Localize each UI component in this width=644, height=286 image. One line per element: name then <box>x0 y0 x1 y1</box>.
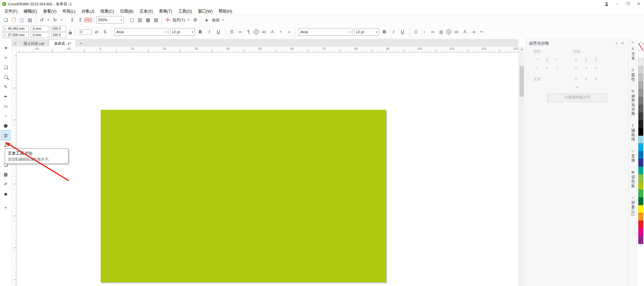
italic-button-1[interactable]: I <box>206 28 213 36</box>
font-family-combo-1[interactable]: Arial ▾ <box>115 28 168 36</box>
color-swatch[interactable] <box>638 74 643 82</box>
minimize-button[interactable]: – <box>612 0 623 7</box>
distribute-icon[interactable]: ∥ <box>581 56 591 62</box>
horizontal-ruler[interactable]: -20 -10 0 10 20 30 40 50 60 70 80 90 100… <box>16 47 519 53</box>
snap-dropdown-icon[interactable]: ▾ <box>186 16 191 24</box>
publish-pdf-icon[interactable]: PDF <box>85 18 92 22</box>
color-swatch[interactable] <box>638 205 643 213</box>
more-options-icon[interactable]: » <box>286 28 292 36</box>
docker-close-icon[interactable]: ✕ <box>620 40 626 46</box>
export-icon[interactable]: ↥ <box>76 16 84 24</box>
color-swatch[interactable] <box>638 97 643 105</box>
text-effects-icon[interactable]: ✑ <box>478 28 485 36</box>
color-swatch[interactable] <box>638 105 643 113</box>
distribute-icon[interactable]: ≡ <box>581 65 591 72</box>
text-direction-icon[interactable]: ⇥ <box>470 28 477 36</box>
color-swatch-chartreuse[interactable] <box>638 182 643 190</box>
scrollbar-thumb[interactable] <box>520 66 524 97</box>
rectangle-tool[interactable]: ▭ <box>1 101 10 111</box>
bullet-list-icon[interactable]: ≔ <box>237 28 244 36</box>
outline-icon[interactable]: O <box>446 29 451 35</box>
character-formatting-icon[interactable]: A <box>269 28 276 36</box>
launch-menu[interactable]: 启动 <box>212 17 219 22</box>
docker-tab-properties[interactable]: ☰ 属性 <box>630 68 636 82</box>
redo-dropdown-icon[interactable]: ▾ <box>59 16 64 24</box>
close-button[interactable]: ✕ <box>633 0 644 7</box>
menu-text[interactable]: 文本(X) <box>137 7 156 14</box>
options-gear-icon[interactable]: ⚙ <box>192 16 199 24</box>
bold-button-1[interactable]: B <box>197 28 204 36</box>
scale-y-field[interactable]: 100.0 <box>51 32 66 38</box>
lock-ratio-icon[interactable] <box>69 32 72 34</box>
font-size-combo-1[interactable]: 12 pt ▾ <box>170 28 195 36</box>
distribute-icon[interactable]: ≡ <box>571 65 581 72</box>
snap-menu[interactable]: 贴齐(T) <box>173 17 185 22</box>
paragraph-alignment-icon[interactable]: ☰ <box>413 28 419 36</box>
maximize-button[interactable]: ❐ <box>623 0 633 7</box>
align-top-icon[interactable]: ⊤ <box>532 65 542 72</box>
ellipse-tool[interactable]: ○ <box>1 111 10 121</box>
underline-button-2[interactable]: U <box>399 28 406 36</box>
add-icon[interactable]: + <box>277 28 284 36</box>
docker-tab-transform[interactable]: ◇ 变换 <box>630 149 636 163</box>
font-family-combo-2[interactable]: Arial ▾ <box>299 28 353 36</box>
new-document-tab-button[interactable]: + <box>78 41 84 47</box>
color-swatch[interactable] <box>638 197 643 205</box>
docker-tab-text[interactable]: A 文本 <box>630 47 636 61</box>
shape-tool[interactable]: ➣ <box>1 53 10 62</box>
menu-edit[interactable]: 编辑(E) <box>20 7 40 14</box>
color-swatch[interactable] <box>638 66 643 74</box>
scroll-right-icon[interactable]: ▸ <box>633 41 635 44</box>
zoom-level-combo[interactable]: 250% ▾ <box>96 16 124 23</box>
document-tab-2[interactable]: 未命名 -1* <box>49 39 76 47</box>
color-swatch[interactable] <box>638 174 643 182</box>
color-swatch[interactable] <box>638 82 643 90</box>
new-document-icon[interactable]: ❏ <box>2 16 9 24</box>
no-outline-icon[interactable]: O <box>254 29 259 35</box>
fullscreen-preview-icon[interactable]: ▢ <box>128 16 136 24</box>
vertical-scrollbar[interactable]: ▲ <box>519 47 525 286</box>
launch-icon[interactable]: ▶ <box>203 16 211 24</box>
align-middle-icon[interactable]: ≡ <box>542 65 552 72</box>
welcome-screen-icon[interactable]: ⌂ <box>11 39 19 47</box>
color-swatch[interactable] <box>638 236 643 244</box>
document-tab-1[interactable]: 线上问诊.cdr <box>19 40 49 47</box>
menu-help[interactable]: 帮助(H) <box>216 7 235 14</box>
redo-icon[interactable]: ↻ <box>51 16 59 24</box>
align-center-icon[interactable]: ∥ <box>542 56 552 62</box>
menu-object[interactable]: 对象(J) <box>78 7 97 14</box>
docker-expand-icon[interactable]: ▾ <box>526 86 629 89</box>
launch-dropdown-icon[interactable]: ▾ <box>221 16 225 24</box>
show-guidelines-icon[interactable]: ▧ <box>152 16 160 24</box>
color-swatch[interactable] <box>638 228 643 236</box>
eyedropper-tool[interactable]: ✐ <box>1 179 10 189</box>
crop-tool[interactable]: ❑ <box>1 62 10 72</box>
menu-table[interactable]: 表格(T) <box>156 7 175 14</box>
color-swatch[interactable] <box>638 190 643 198</box>
color-swatch-none[interactable] <box>638 43 643 51</box>
align-left-icon[interactable]: ⊣ <box>532 56 542 62</box>
show-rulers-icon[interactable]: ▥ <box>136 16 144 24</box>
color-swatch[interactable] <box>638 143 643 151</box>
snap-icon[interactable]: ✛ <box>164 16 171 24</box>
distribute-icon[interactable]: ∥ <box>591 56 601 62</box>
rotation-angle-field[interactable]: 0 ° <box>79 29 92 35</box>
color-swatch[interactable] <box>638 151 643 159</box>
import-icon[interactable]: ↧ <box>68 16 76 24</box>
color-swatch[interactable] <box>638 159 643 167</box>
color-swatch[interactable] <box>638 166 643 175</box>
green-rectangle-object[interactable] <box>101 110 386 282</box>
undo-icon[interactable]: ↺ <box>38 16 45 24</box>
text-align-option-icon[interactable]: A <box>571 76 581 82</box>
color-swatch[interactable] <box>638 221 643 229</box>
menu-window[interactable]: 窗口(W) <box>195 7 215 14</box>
user-account-icon[interactable] <box>601 0 612 7</box>
docker-tab-palettes[interactable]: ▦ 调色板 <box>630 170 636 188</box>
save-icon[interactable]: ◫ <box>18 16 25 24</box>
object-width-field[interactable]: .0 mm <box>31 26 49 32</box>
edit-text-icon[interactable]: ab| <box>261 28 267 36</box>
polygon-tool[interactable] <box>1 121 10 131</box>
object-height-field[interactable]: .0 mm <box>31 32 49 38</box>
docker-collapse-icon[interactable]: » <box>613 40 620 46</box>
mirror-vertical-icon[interactable]: ⇅ <box>102 28 108 36</box>
